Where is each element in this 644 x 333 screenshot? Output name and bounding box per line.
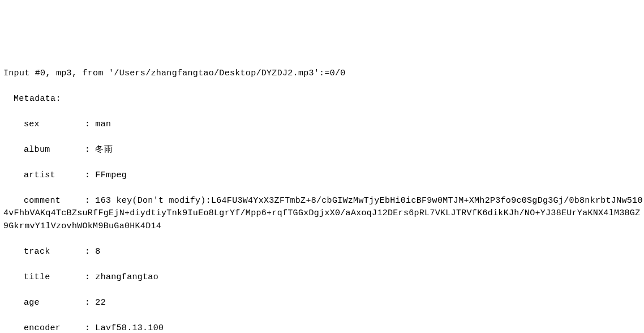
- metadata-key: sex: [3, 118, 85, 131]
- metadata-row-age: age:22: [3, 297, 644, 310]
- metadata-row-album: album:冬雨: [3, 144, 644, 157]
- metadata-value: zhangfangtao: [95, 271, 158, 284]
- metadata-row-track: track:8: [3, 246, 644, 259]
- metadata-value: 22: [95, 297, 106, 310]
- metadata-value: 冬雨: [95, 144, 113, 157]
- metadata-key: title: [3, 271, 85, 284]
- metadata-header: Metadata:: [3, 93, 644, 106]
- input-line: Input #0, mp3, from '/Users/zhangfangtao…: [3, 67, 644, 80]
- metadata-value: Lavf58.13.100: [95, 322, 164, 334]
- metadata-row-title: title:zhangfangtao: [3, 271, 644, 284]
- metadata-value: FFmpeg: [95, 169, 127, 182]
- metadata-key: album: [3, 144, 85, 157]
- metadata-row-comment: comment:163 key(Don't modify):L64FU3W4Yx…: [3, 195, 644, 233]
- ffmpeg-terminal-output: Input #0, mp3, from '/Users/zhangfangtao…: [3, 54, 644, 333]
- metadata-key: comment: [3, 195, 85, 208]
- metadata-row-artist: artist:FFmpeg: [3, 169, 644, 182]
- metadata-key: age: [3, 297, 85, 310]
- metadata-row-sex: sex:man: [3, 118, 644, 131]
- metadata-value: 163 key(Don't modify):L64FU3W4YxX3ZFTmbZ…: [3, 196, 643, 231]
- metadata-key: encoder: [3, 322, 85, 334]
- metadata-row-encoder: encoder:Lavf58.13.100: [3, 322, 644, 334]
- metadata-key: artist: [3, 169, 85, 182]
- metadata-value: 8: [95, 246, 100, 259]
- metadata-value: man: [95, 118, 111, 131]
- metadata-key: track: [3, 246, 85, 259]
